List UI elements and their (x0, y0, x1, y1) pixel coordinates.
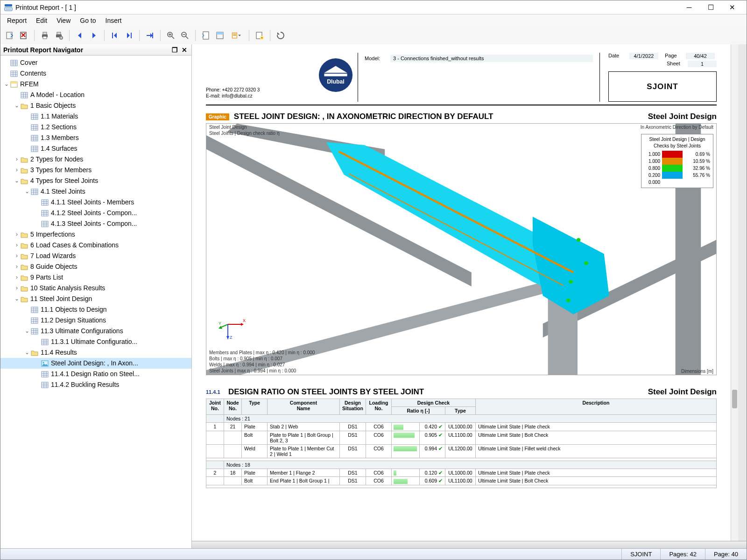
chevron-right-icon[interactable]: › (14, 240, 20, 250)
refresh-icon[interactable] (274, 29, 287, 42)
tree-item[interactable]: ⌄4 Types for Steel Joints (0, 175, 191, 186)
menu-go-to[interactable]: Go to (75, 15, 100, 26)
horizontal-scrollbar[interactable] (192, 541, 747, 548)
section-1-title: STEEL JOINT DESIGN: , IN AXONOMETRIC DIR… (234, 112, 493, 121)
tree-item[interactable]: ⌄4.1 Steel Joints (0, 186, 191, 197)
nav-first-icon[interactable] (108, 29, 121, 42)
maximize-button[interactable]: ☐ (700, 0, 721, 14)
menu-report[interactable]: Report (2, 15, 31, 26)
tree-item[interactable]: ⌄11.4 Results (0, 347, 191, 358)
tree-item[interactable]: ·4.1.2 Steel Joints - Compon... (0, 208, 191, 218)
goto-page-icon[interactable] (143, 29, 156, 42)
tree-item[interactable]: ⌄11.3 Ultimate Configurations (0, 326, 191, 336)
tree-item-label: 10 Static Analysis Results (30, 283, 105, 293)
tree-item[interactable]: ·4.1.3 Steel Joints - Compon... (0, 218, 191, 229)
tree-item[interactable]: ·11.2 Design Situations (0, 315, 191, 326)
tree-item[interactable]: ·4.1.1 Steel Joints - Members (0, 197, 191, 208)
tree-item[interactable]: ›6 Load Cases & Combinations (0, 240, 191, 251)
tree-item[interactable]: ·1.3 Members (0, 133, 191, 143)
chevron-right-icon[interactable]: › (14, 283, 20, 293)
zoom-in-icon[interactable] (164, 29, 177, 42)
chevron-down-icon[interactable]: ⌄ (14, 101, 20, 111)
delete-page-icon[interactable] (17, 29, 30, 42)
svg-rect-25 (11, 60, 17, 66)
nav-next-icon[interactable] (87, 29, 100, 42)
navigator-tree[interactable]: ·Cover·Contents⌄RFEM·A Model - Location⌄… (0, 56, 191, 548)
app-icon (4, 3, 13, 12)
svg-rect-33 (31, 146, 38, 152)
menu-view[interactable]: View (52, 15, 75, 26)
tree-item-label: 4.1 Steel Joints (41, 187, 85, 196)
chevron-right-icon[interactable]: › (14, 154, 20, 164)
tree-item[interactable]: ›5 Imperfections (0, 229, 191, 240)
chevron-right-icon[interactable]: › (14, 251, 20, 261)
new-page-icon[interactable] (253, 29, 266, 42)
tree-item[interactable]: ·Cover (0, 57, 191, 68)
folder-icon (20, 102, 28, 110)
nav-last-icon[interactable] (122, 29, 135, 42)
status-bar: SJOINT Pages: 42 Page: 40 (0, 548, 747, 560)
tree-item[interactable]: ⌄1 Basic Objects (0, 100, 191, 111)
print-icon[interactable] (38, 29, 51, 42)
chevron-down-icon[interactable]: ⌄ (24, 326, 30, 336)
print-settings-icon[interactable] (52, 29, 65, 42)
tree-item[interactable]: ›8 Guide Objects (0, 261, 191, 272)
tree-item[interactable]: ·11.4.1 Design Ratio on Steel... (0, 369, 191, 379)
toolbar (0, 27, 747, 44)
chevron-down-icon[interactable]: ⌄ (24, 187, 30, 196)
svg-rect-2 (6, 8, 11, 10)
close-button[interactable]: ✕ (721, 0, 743, 14)
grid-icon (41, 210, 49, 217)
undock-icon[interactable]: ❐ (170, 46, 179, 54)
tree-item[interactable]: ›7 Load Wizards (0, 251, 191, 261)
tree-item[interactable]: ·Contents (0, 68, 191, 79)
chevron-right-icon[interactable]: › (14, 230, 20, 239)
chevron-right-icon[interactable]: › (14, 262, 20, 272)
svg-rect-28 (11, 82, 17, 84)
tree-item[interactable]: ›3 Types for Members (0, 165, 191, 175)
highlight-icon[interactable] (227, 29, 245, 42)
svg-text:Dlubal: Dlubal (327, 78, 345, 85)
chevron-right-icon[interactable]: › (14, 273, 20, 282)
tree-item[interactable]: ·11.3.1 Ultimate Configuratio... (0, 336, 191, 347)
menu-insert[interactable]: Insert (101, 15, 127, 26)
svg-line-64 (220, 324, 228, 328)
minimize-button[interactable]: ─ (678, 0, 700, 14)
tree-item-label: 11.1 Objects to Design (41, 305, 107, 315)
chevron-right-icon[interactable]: › (14, 165, 20, 175)
zoom-out-icon[interactable] (178, 29, 191, 42)
design-ratio-table: JointNo. NodeNo. Type ComponentName Desi… (206, 399, 717, 488)
menu-edit[interactable]: Edit (31, 15, 52, 26)
tree-item[interactable]: ·1.1 Materials (0, 111, 191, 122)
svg-rect-45 (42, 382, 48, 388)
tree-item[interactable]: ·Steel Joint Design: , In Axon... (0, 358, 191, 369)
tree-item[interactable]: ›10 Static Analysis Results (0, 283, 191, 294)
tree-item[interactable]: ·1.2 Sections (0, 122, 191, 133)
svg-rect-31 (31, 125, 38, 130)
tree-item[interactable]: ·1.4 Surfaces (0, 143, 191, 154)
export-icon[interactable] (3, 29, 16, 42)
vertical-scrollbar[interactable] (731, 44, 738, 541)
nav-prev-icon[interactable] (73, 29, 86, 42)
menu-bar: ReportEditViewGo toInsert (0, 14, 747, 27)
chevron-down-icon[interactable]: ⌄ (14, 294, 20, 304)
tree-item[interactable]: ⌄RFEM (0, 79, 191, 90)
tree-item[interactable]: ⌄11 Steel Joint Design (0, 294, 191, 304)
tree-item-label: 6 Load Cases & Combinations (30, 240, 119, 250)
chevron-down-icon[interactable]: ⌄ (24, 348, 30, 357)
close-panel-icon[interactable]: ✕ (180, 46, 189, 54)
svg-rect-7 (43, 36, 47, 39)
grid-icon (30, 306, 39, 314)
chevron-down-icon[interactable]: ⌄ (14, 176, 20, 186)
svg-rect-0 (5, 4, 12, 7)
tree-item-label: 11.2 Design Situations (41, 315, 106, 325)
tree-item[interactable]: ·11.1 Objects to Design (0, 304, 191, 315)
tree-item[interactable]: ·11.4.2 Buckling Results (0, 379, 191, 390)
chevron-down-icon[interactable]: ⌄ (3, 79, 10, 89)
selection-icon[interactable] (213, 29, 226, 42)
svg-text:Z: Z (230, 335, 233, 340)
tree-item[interactable]: ›2 Types for Nodes (0, 154, 191, 165)
tree-item[interactable]: ·A Model - Location (0, 90, 191, 100)
tree-item[interactable]: ›9 Parts List (0, 272, 191, 283)
page-icon[interactable] (199, 29, 212, 42)
